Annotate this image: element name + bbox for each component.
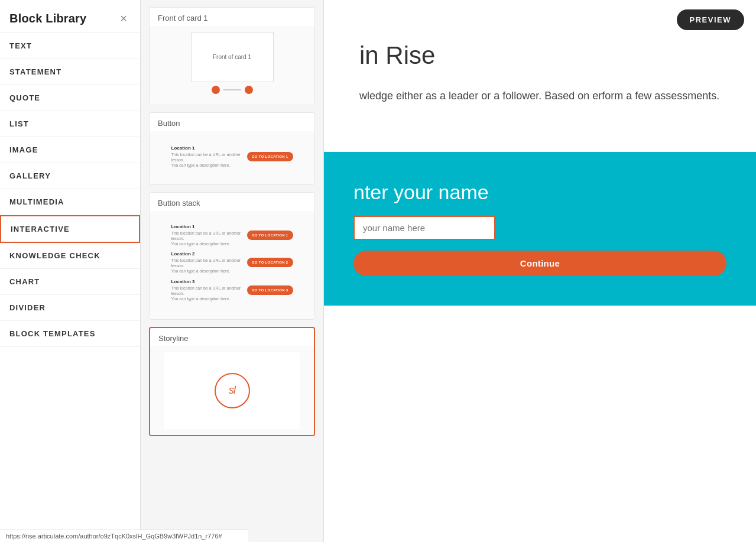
bs-btn-0[interactable]: GO TO LOCATION 1 [247, 231, 293, 240]
bp-location-0: Location 1 [171, 145, 247, 151]
sidebar-item-block-templates[interactable]: BLOCK TEMPLATES [0, 321, 140, 347]
bs-btn-1[interactable]: GO TO LOCATION 2 [247, 258, 293, 267]
block-item-storyline[interactable]: Storyline sl [149, 327, 315, 436]
block-label-card: Front of card 1 [150, 8, 314, 26]
status-bar: https://rise.articulate.com/author/o9zTq… [0, 530, 248, 542]
main-body-text: wledge either as a leader or a follower.… [359, 87, 721, 105]
sidebar-item-chart[interactable]: CHART [0, 269, 140, 295]
block-preview-card: Front of card 1 [150, 26, 314, 105]
bs-desc-1: This location can be a URL or another le… [171, 258, 247, 274]
bs-desc-0: This location can be a URL or another le… [171, 231, 247, 246]
card-nav-dot-right [245, 86, 253, 94]
block-label-button-stack: Button stack [150, 193, 314, 211]
block-item-button[interactable]: Button Location 1 This location can be a… [149, 112, 315, 185]
sidebar-item-divider[interactable]: DIVIDER [0, 295, 140, 321]
bp-text-0: Location 1 This location can be a URL or… [171, 145, 247, 168]
block-preview-storyline: sl [150, 346, 314, 435]
block-item-button-stack[interactable]: Button stack Location 1 This location ca… [149, 192, 315, 320]
block-library-sidebar: Block Library × TEXTSTATEMENTQUOTELISTIM… [0, 0, 141, 542]
bs-row-1: Location 2 This location can be a URL or… [171, 251, 293, 274]
name-input[interactable] [353, 216, 495, 240]
main-title: in Rise [359, 24, 721, 70]
bs-location-2: Location 3 [171, 279, 247, 284]
bp-btn-0[interactable]: GO TO LOCATION 1 [247, 152, 293, 161]
sidebar-item-image[interactable]: IMAGE [0, 137, 140, 163]
sidebar-title: Block Library [9, 12, 86, 25]
sidebar-item-quote[interactable]: QUOTE [0, 85, 140, 111]
bs-row-2: Location 3 This location can be a URL or… [171, 279, 293, 301]
bs-location-0: Location 1 [171, 224, 247, 229]
card-nav-line [223, 89, 241, 90]
block-preview-button: Location 1 This location can be a URL or… [150, 131, 314, 184]
card-nav-dot-left [212, 86, 220, 94]
block-preview-button-stack: Location 1 This location can be a URL or… [150, 211, 314, 319]
sidebar-item-knowledge-check[interactable]: KNOWLEDGE CHECK [0, 243, 140, 269]
button-stack-inner: Location 1 This location can be a URL or… [164, 217, 300, 313]
bp-desc-0: This location can be a URL or another le… [171, 152, 247, 168]
bs-desc-2: This location can be a URL or another le… [171, 285, 247, 301]
card-nav [212, 82, 253, 99]
card-title-text: Front of card 1 [213, 54, 251, 60]
sidebar-item-gallery[interactable]: GALLERY [0, 163, 140, 189]
teal-section: nter your name Continue [324, 152, 756, 306]
sidebar-close-button[interactable]: × [116, 11, 131, 27]
continue-button[interactable]: Continue [353, 251, 726, 276]
sidebar-item-interactive[interactable]: INTERACTIVE [0, 215, 140, 243]
button-preview-inner: Location 1 This location can be a URL or… [164, 138, 300, 177]
sidebar-item-multimedia[interactable]: MULTIMEDIA [0, 189, 140, 215]
block-label-button: Button [150, 113, 314, 131]
storyline-icon: sl [215, 373, 250, 408]
name-input-wrapper [353, 216, 726, 240]
bs-text-1: Location 2 This location can be a URL or… [171, 251, 247, 274]
block-items-container: Front of card 1 Front of card 1 Button L… [141, 7, 323, 436]
preview-button[interactable]: PREVIEW [677, 9, 744, 30]
bs-row-0: Location 1 This location can be a URL or… [171, 224, 293, 246]
bs-location-1: Location 2 [171, 251, 247, 257]
sidebar-header: Block Library × [0, 0, 140, 33]
bs-text-2: Location 3 This location can be a URL or… [171, 279, 247, 301]
sidebar-item-statement[interactable]: STATEMENT [0, 59, 140, 85]
card-preview-inner: Front of card 1 [191, 32, 274, 82]
bs-btn-2[interactable]: GO TO LOCATION 3 [247, 285, 293, 295]
block-item-card[interactable]: Front of card 1 Front of card 1 [149, 7, 315, 105]
sidebar-items-list: TEXTSTATEMENTQUOTELISTIMAGEGALLERYMULTIM… [0, 33, 140, 347]
sidebar-item-list[interactable]: LIST [0, 111, 140, 137]
sidebar-item-text[interactable]: TEXT [0, 33, 140, 59]
teal-heading: nter your name [353, 181, 726, 204]
main-content-area: PREVIEW in Rise wledge either as a leade… [324, 0, 756, 542]
storyline-preview: sl [164, 352, 300, 429]
block-preview-panel: Front of card 1 Front of card 1 Button L… [141, 0, 324, 542]
status-url: https://rise.articulate.com/author/o9zTq… [6, 533, 222, 540]
bs-text-0: Location 1 This location can be a URL or… [171, 224, 247, 246]
bp-row-0: Location 1 This location can be a URL or… [171, 145, 293, 168]
block-label-storyline: Storyline [150, 328, 314, 346]
